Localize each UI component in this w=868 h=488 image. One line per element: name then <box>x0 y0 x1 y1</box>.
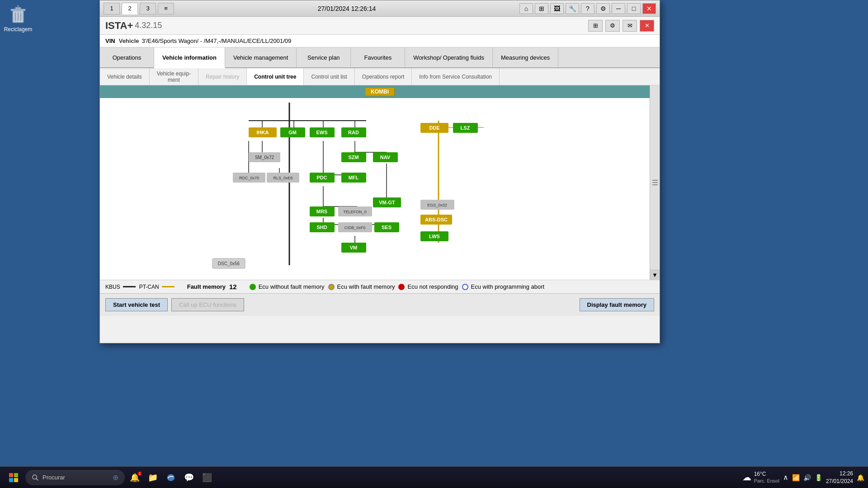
legend-not-responding-label: Ecu not responding <box>407 283 458 290</box>
svg-text:GM: GM <box>288 130 297 135</box>
title-tab-list[interactable]: ≡ <box>158 3 174 14</box>
image-btn[interactable]: 🖼 <box>550 3 564 14</box>
legend-with-fault: Ecu with fault memory <box>328 283 395 290</box>
svg-text:MRS: MRS <box>316 209 327 214</box>
legend-dot-red <box>398 284 405 290</box>
svg-rect-84 <box>9 478 13 482</box>
legend-dot-green <box>250 284 256 290</box>
taskbar-edge[interactable] <box>163 469 179 486</box>
sound-icon[interactable]: 🔊 <box>803 474 811 481</box>
taskbar-right: ☁ 16°C Parc. Ensol ∧ 📶 🔊 🔋 12:26 27/01/2… <box>742 470 864 485</box>
sub-tab-info-service[interactable]: Info from Service Consultation <box>412 68 500 85</box>
fault-bar: KBUS PT-CAN Fault memory 12 Ecu without … <box>100 280 660 293</box>
start-button[interactable] <box>4 469 24 486</box>
svg-text:NAV: NAV <box>380 155 391 160</box>
svg-text:VM-GT: VM-GT <box>379 200 395 205</box>
svg-text:ABS-DSC: ABS-DSC <box>425 217 448 222</box>
sub-tab-vehicle-details[interactable]: Vehicle details <box>100 68 150 85</box>
ptcan-label: PT-CAN <box>139 284 159 290</box>
taskbar-files[interactable]: 📁 <box>145 469 161 486</box>
search-placeholder: Procurar <box>42 474 65 481</box>
taskbar-app[interactable]: ⬛ <box>199 469 215 486</box>
legend-dot-yellow <box>328 284 335 290</box>
svg-text:RLS_0xE8: RLS_0xE8 <box>273 176 292 180</box>
scroll-down-btn[interactable]: ▼ <box>650 270 660 280</box>
nav-tab-operations[interactable]: Operations <box>100 47 154 67</box>
title-tab-3[interactable]: 3 <box>140 3 156 14</box>
app-name: ISTA+ <box>105 20 133 32</box>
settings-btn[interactable]: ⚙ <box>596 3 610 14</box>
svg-text:SES: SES <box>382 225 392 230</box>
sub-tab-vehicle-equip[interactable]: Vehicle equip-ment <box>150 68 198 85</box>
app-window: 1 2 3 ≡ 27/01/2024 12:26:14 ⌂ ⊞ 🖼 🔧 ? ⚙ … <box>99 0 660 343</box>
call-up-ecu-button[interactable]: Call up ECU functions <box>171 298 244 311</box>
taskbar-chat[interactable]: 💬 <box>181 469 197 486</box>
app-ctrl-1[interactable]: ⊞ <box>588 20 603 32</box>
minimize-btn[interactable]: ─ <box>612 3 625 14</box>
taskbar-search[interactable]: Procurar ⊕ <box>25 470 125 485</box>
svg-rect-82 <box>9 473 13 477</box>
maximize-btn[interactable]: □ <box>627 3 641 14</box>
title-tab-2[interactable]: 2 <box>122 3 138 14</box>
app-ctrl-mail[interactable]: ✉ <box>623 20 637 32</box>
kbus-line <box>123 286 136 287</box>
svg-text:EWS: EWS <box>316 130 327 135</box>
nav-tab-favourites[interactable]: Favourites <box>351 47 405 67</box>
svg-text:DSC_0x56: DSC_0x56 <box>218 261 240 266</box>
sub-tab-control-unit-list[interactable]: Control unit list <box>304 68 354 85</box>
sub-tab-operations-report[interactable]: Operations report <box>355 68 412 85</box>
chevron-icon[interactable]: ∧ <box>783 473 788 482</box>
svg-text:RDC_0x70: RDC_0x70 <box>239 176 259 180</box>
svg-text:SZM: SZM <box>348 155 359 160</box>
svg-text:IHKA: IHKA <box>257 130 269 135</box>
scroll-handle[interactable] <box>652 180 658 185</box>
taskbar-icon-wrapper: 🔔 1 <box>127 469 143 486</box>
kbus-legend: KBUS <box>105 284 136 290</box>
vin-bar: VIN Vehicle 3'/E46/Sports Wagon/ - /M47,… <box>100 35 660 47</box>
svg-rect-85 <box>14 478 18 482</box>
grid-btn[interactable]: ⊞ <box>535 3 548 14</box>
svg-text:LWS: LWS <box>429 234 440 239</box>
nav-tab-vehicle-info[interactable]: Vehicle information <box>154 47 225 68</box>
fault-memory-label: Fault memory <box>187 283 226 290</box>
display-fault-memory-button[interactable]: Display fault memory <box>580 298 655 311</box>
taskbar: Procurar ⊕ 🔔 1 📁 💬 ⬛ ☁ 16°C Parc. Ensol <box>0 466 868 488</box>
app-name-bar: ISTA+ 4.32.15 ⊞ ⚙ ✉ ✕ <box>100 17 660 35</box>
nav-tab-vehicle-mgmt[interactable]: Vehicle management <box>225 47 297 67</box>
svg-rect-83 <box>14 473 18 477</box>
sub-tab-control-unit-tree[interactable]: Control unit tree <box>247 68 304 85</box>
title-tab-1[interactable]: 1 <box>104 3 120 14</box>
start-vehicle-test-button[interactable]: Start vehicle test <box>105 298 168 311</box>
svg-rect-2 <box>15 7 21 9</box>
app-close-btn[interactable]: ✕ <box>640 20 654 32</box>
app-ctrl-settings[interactable]: ⚙ <box>605 20 620 32</box>
network-icon[interactable]: 📶 <box>792 474 800 481</box>
taskbar-notification-bell[interactable]: 🔔 <box>857 474 864 481</box>
nav-tab-workshop[interactable]: Workshop/ Operating fluids <box>405 47 493 67</box>
diagram-container: KOMBI ▲ <box>100 85 660 280</box>
taskbar-temp: 16°C <box>754 471 779 478</box>
sub-tab-repair-history: Repair history <box>198 68 247 85</box>
wrench-btn[interactable]: 🔧 <box>566 3 579 14</box>
svg-text:VM: VM <box>350 245 358 250</box>
notification-badge: 1 <box>137 471 142 476</box>
home-btn[interactable]: ⌂ <box>519 3 533 14</box>
diagram-header: KOMBI ▲ <box>100 85 660 98</box>
taskbar-time: 12:26 27/01/2024 <box>826 470 853 485</box>
svg-text:TELEFON_0: TELEFON_0 <box>343 210 367 214</box>
battery-icon[interactable]: 🔋 <box>815 474 822 481</box>
vehicle-label: Vehicle <box>119 38 139 44</box>
svg-text:CIDB_0xF0: CIDB_0xF0 <box>344 225 366 230</box>
nav-tab-service-plan[interactable]: Service plan <box>297 47 351 67</box>
svg-text:MFL: MFL <box>349 175 359 180</box>
svg-text:LSZ: LSZ <box>461 125 470 131</box>
svg-text:PDC: PDC <box>316 175 327 180</box>
fault-count: 12 <box>229 283 237 291</box>
nav-tab-measuring[interactable]: Measuring devices <box>493 47 558 67</box>
vehicle-info: 3'/E46/Sports Wagon/ - /M47,-/MANUAL/ECE… <box>142 38 291 44</box>
svg-text:RAD: RAD <box>348 130 359 135</box>
help-btn[interactable]: ? <box>581 3 594 14</box>
close-btn[interactable]: ✕ <box>642 3 656 14</box>
legend-not-responding: Ecu not responding <box>398 283 458 290</box>
recycle-bin[interactable]: Reciclagem <box>5 5 32 33</box>
